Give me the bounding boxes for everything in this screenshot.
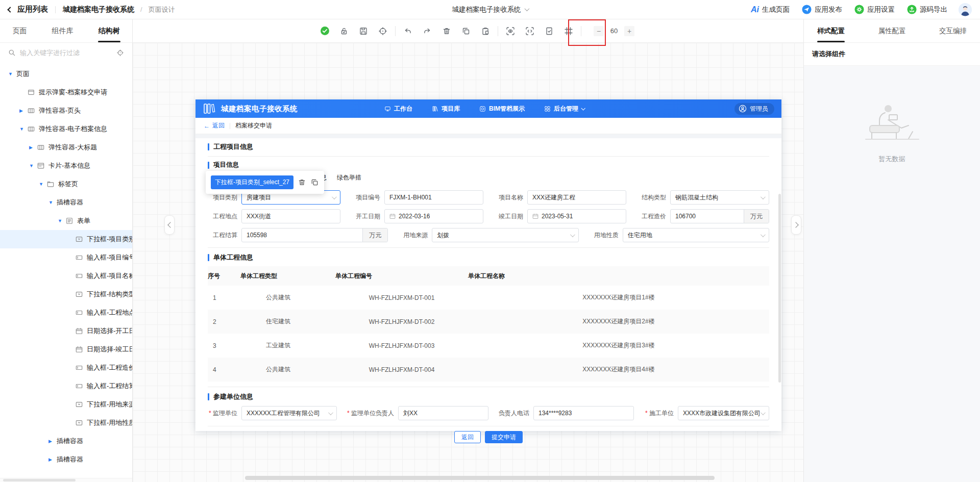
canvas-prev-handle[interactable] [164, 215, 175, 235]
toolbar-button[interactable] [478, 24, 493, 38]
toolbar-button[interactable] [376, 24, 390, 38]
field-input[interactable]: 105598 万元 [241, 228, 388, 242]
toolbar-button[interactable] [459, 24, 473, 38]
tree-item[interactable]: 输入框-工程结算 [0, 377, 132, 395]
tree-item[interactable]: 页面 [0, 65, 132, 83]
field-input[interactable]: 134****9283 [533, 406, 634, 420]
toolbar-button[interactable] [503, 24, 518, 38]
toolbar-button[interactable] [523, 24, 537, 38]
back-chevron-icon[interactable] [7, 7, 13, 12]
left-panel-tab[interactable]: 页面 [12, 19, 28, 42]
submit-application-button[interactable]: 提交申请 [485, 431, 523, 443]
preview-user-menu[interactable]: 管理员 [734, 103, 774, 115]
right-panel-tab[interactable]: 样式配置 [817, 19, 845, 42]
tree-expand-arrow-icon[interactable] [29, 163, 37, 168]
tree-item[interactable]: 下拉框-结构类型 [0, 285, 132, 303]
zoom-in-button[interactable]: + [624, 26, 634, 36]
tree-item[interactable]: 下拉框-用地性质 [0, 414, 132, 432]
left-panel-tab[interactable]: 结构树 [97, 19, 121, 42]
tree-item[interactable]: 插槽容器 [0, 193, 132, 212]
tree-item[interactable]: 提示弹窗-档案移交申请 [0, 83, 132, 102]
back-to-app-list[interactable]: 应用列表 [17, 5, 48, 14]
right-panel-tab[interactable]: 属性配置 [878, 19, 906, 42]
tree-item[interactable]: 下拉框-项目类别 [0, 230, 132, 248]
field-input[interactable]: XXXXXX工程管理有限公司 [241, 406, 337, 420]
current-app-switcher[interactable]: 城建档案电子接收系统 [452, 5, 528, 14]
field-input[interactable]: 2022-03-16 [384, 209, 483, 223]
tree-item[interactable]: 卡片-基本信息 [0, 157, 132, 175]
field-input[interactable]: XXX街道 [241, 209, 340, 223]
tree-item[interactable]: 标签页 [0, 175, 132, 193]
tree-item[interactable]: 插槽容器 [0, 450, 132, 469]
toolbar-button[interactable] [395, 26, 396, 36]
locate-component-icon[interactable] [116, 49, 124, 57]
field-input[interactable]: 2023-05-31 [527, 209, 626, 223]
tree-item[interactable]: 输入框-项目编号 [0, 248, 132, 267]
topbar-action[interactable]: 应用发布 [802, 5, 842, 14]
topbar-action[interactable]: Ai 生成页面 [751, 5, 790, 14]
tree-expand-arrow-icon[interactable] [8, 71, 16, 77]
field-input[interactable]: FJXM-1-BH001 [384, 190, 483, 205]
tree-expand-arrow-icon[interactable] [29, 145, 37, 150]
toolbar-button[interactable] [317, 24, 332, 38]
topbar-action[interactable]: 源码导出 [907, 5, 947, 14]
user-avatar[interactable] [959, 3, 972, 16]
toolbar-button[interactable] [356, 24, 371, 38]
table-row[interactable]: 1 公共建筑 WH-FZLHJFXM-DT-001 XXXXXXX还建房项目1#… [208, 286, 769, 310]
tree-expand-arrow-icon[interactable] [58, 218, 66, 223]
tree-expand-arrow-icon[interactable] [48, 457, 57, 462]
field-input[interactable]: XXX还建房工程 [527, 190, 626, 205]
field-input[interactable]: 钢筋混凝土结构 [670, 190, 769, 205]
tree-expand-arrow-icon[interactable] [19, 108, 28, 113]
right-panel-tab[interactable]: 交互编排 [939, 19, 967, 42]
field-input[interactable]: 刘XX [398, 406, 488, 420]
tree-filter-input[interactable] [20, 49, 112, 57]
toolbar-button[interactable] [420, 24, 434, 38]
breadcrumb-app-name[interactable]: 城建档案电子接收系统 [63, 5, 134, 14]
table-row[interactable]: 3 工业建筑 WH-FZLHJFXM-DT-003 XXXXXXX还建房项目3#… [208, 334, 769, 358]
zoom-out-button[interactable]: − [594, 26, 604, 36]
left-panel-tab[interactable]: 组件库 [51, 19, 75, 42]
tree-item[interactable]: 输入框-工程地点 [0, 303, 132, 322]
toolbar-button[interactable] [401, 24, 415, 38]
field-input[interactable]: 106700 万元 [670, 209, 769, 223]
preview-nav-item[interactable]: 工作台 [384, 105, 412, 113]
table-row[interactable]: 2 住宅建筑 WH-FZLHJFXM-DT-002 XXXXXXX还建房项目2#… [208, 310, 769, 334]
toolbar-button[interactable] [561, 24, 576, 38]
left-panel-hscrollbar[interactable] [0, 478, 132, 482]
tree-item[interactable]: 弹性容器-电子档案信息 [0, 120, 132, 138]
toolbar-button[interactable] [542, 24, 556, 38]
design-canvas[interactable]: 城建档案电子接收系统 工作台 [133, 43, 803, 482]
tree-item[interactable]: 插槽容器 [0, 432, 132, 450]
tree-item[interactable]: 日期选择-开工日期 [0, 322, 132, 340]
tree-expand-arrow-icon[interactable] [39, 182, 47, 187]
field-input[interactable]: 住宅用地 [623, 228, 769, 242]
tree-item[interactable]: 弹性容器-页头 [0, 102, 132, 120]
preview-back-link[interactable]: ← 返回 [204, 121, 225, 130]
canvas-next-handle[interactable] [791, 215, 801, 235]
preview-tab[interactable]: 绿色举措 [337, 173, 361, 186]
preview-nav-item[interactable]: BIM管档展示 [479, 105, 525, 113]
back-button[interactable]: 返回 [454, 431, 481, 443]
tree-item[interactable]: 输入框-工程造价 [0, 359, 132, 377]
field-input[interactable]: XXXX市政建设集团有限公司 [678, 406, 769, 420]
tree-expand-arrow-icon[interactable] [48, 439, 57, 444]
tree-expand-arrow-icon[interactable] [48, 200, 57, 205]
tree-item[interactable]: 输入框-项目名称 [0, 267, 132, 285]
canvas-hscrollbar[interactable] [245, 476, 715, 480]
toolbar-button[interactable] [337, 24, 351, 38]
tree-item[interactable]: 弹性容器-大标题 [0, 138, 132, 157]
tree-item[interactable]: 下拉框-用地来源 [0, 395, 132, 414]
tree-item[interactable]: 表单 [0, 212, 132, 230]
delete-component-button[interactable] [298, 178, 306, 187]
preview-nav-item[interactable]: 项目库 [432, 105, 460, 113]
tree-item[interactable]: 日期选择-竣工日期 [0, 340, 132, 359]
copy-component-button[interactable] [310, 178, 319, 187]
topbar-action[interactable]: 应用设置 [854, 5, 895, 14]
table-row[interactable]: 4 公共建筑 WH-FZLHJFXM-DT-004 XXXXXXX还建房项目4#… [208, 358, 769, 382]
toolbar-button[interactable] [439, 24, 454, 38]
tree-expand-arrow-icon[interactable] [19, 126, 28, 132]
preview-nav-item[interactable]: 后台管理 [544, 105, 584, 113]
field-input[interactable]: 划拨 [432, 228, 578, 242]
toolbar-button[interactable] [498, 26, 498, 36]
